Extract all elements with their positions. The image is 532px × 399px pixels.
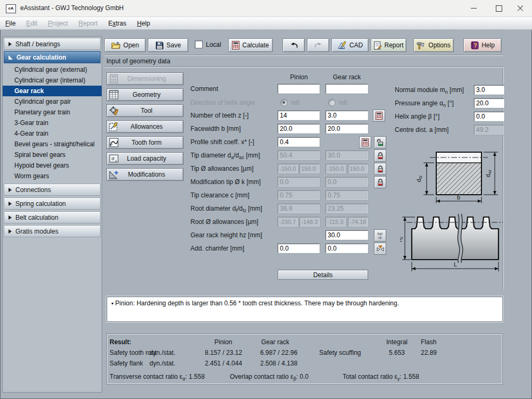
pressure-angle-label: Pressure angle αn [°] xyxy=(395,98,454,108)
chamfer-rack-input[interactable] xyxy=(326,244,368,253)
tool-button[interactable]: Tool xyxy=(106,104,184,117)
teeth-calculator-button[interactable] xyxy=(373,110,385,122)
sidebar-item-3-gear-train[interactable]: 3-Gear train xyxy=(3,118,102,128)
calculate-button[interactable]: Calculate xyxy=(228,38,273,52)
centre-distance-input xyxy=(474,125,504,135)
result-title: Result: xyxy=(110,338,131,346)
chamfer-label: Add. chamfer [mm] xyxy=(190,244,244,253)
hz-rz-toggle-button[interactable]: hz/rz xyxy=(374,229,386,242)
tip-allowances-pinion-upper-input xyxy=(300,164,320,173)
collapsed-triangle-icon xyxy=(9,42,12,46)
maximize-button[interactable] xyxy=(487,0,511,16)
column-header-pinion: Pinion xyxy=(278,73,320,81)
comment-rack-input[interactable] xyxy=(326,84,368,94)
sidebar-item-cylindrical-gear-pair[interactable]: Cylindrical gear pair xyxy=(3,96,102,107)
close-button[interactable] xyxy=(509,0,532,16)
menu-report: Report xyxy=(73,19,103,28)
radio-left-pinion xyxy=(280,99,288,106)
menubar: File Edit Project Report Extras Help xyxy=(0,17,532,30)
modifications-button[interactable]: Modifications xyxy=(106,168,184,181)
cad-icon xyxy=(337,41,347,49)
transverse-contact-ratio: Transverse contact ratio εα: 1.558 xyxy=(110,373,205,381)
menu-file[interactable]: File xyxy=(0,19,21,28)
report-button[interactable]: Report xyxy=(371,38,406,52)
allowances-icon xyxy=(109,122,119,131)
normal-module-input[interactable] xyxy=(474,85,504,95)
facewidth-pinion-input[interactable] xyxy=(278,124,320,134)
svg-text:x: x xyxy=(114,159,117,162)
titlebar[interactable]: eA eAssistant - GWJ Technology GmbH xyxy=(0,0,532,17)
root-allowances-pinion-upper-input xyxy=(300,217,320,227)
sidebar-section-spring-calculation[interactable]: Spring calculation xyxy=(4,197,101,210)
maximize-icon xyxy=(496,5,502,12)
sidebar-item-gear-rack[interactable]: Gear rack xyxy=(3,86,102,96)
save-button[interactable]: Save xyxy=(148,38,188,52)
safety-scuffing-label: Safety scuffing xyxy=(319,349,361,356)
sidebar-item-4-gear-train[interactable]: 4-Gear train xyxy=(3,128,102,139)
profile-shift-calculator-button[interactable] xyxy=(359,136,371,148)
rack-cross-section-diagram: dfz daz b xyxy=(415,147,505,208)
menu-extras[interactable]: Extras xyxy=(103,19,131,28)
load-capacity-icon: σx xyxy=(109,154,119,163)
tip-allowances-lock-button[interactable] xyxy=(374,163,386,175)
sidebar-section-gear-calculation[interactable]: Gear calculation xyxy=(4,51,101,63)
sidebar-section-connections[interactable]: Connections xyxy=(4,184,101,196)
lock-closed-icon xyxy=(377,179,384,186)
overlap-contact-ratio: Overlap contact ratio εβ: 0.0 xyxy=(230,373,309,381)
sidebar-section-belt-calculation[interactable]: Belt calculation xyxy=(4,211,101,223)
sidebar-item-spiral-bevel-gears[interactable]: Spiral bevel gears xyxy=(3,149,102,160)
modification-tip-lock-button[interactable] xyxy=(374,176,386,188)
tooth-form-icon xyxy=(109,138,119,147)
undo-button[interactable] xyxy=(282,38,305,52)
tool-icon xyxy=(109,106,119,115)
local-label: Local xyxy=(206,41,221,48)
chamfer-option-button[interactable] xyxy=(374,243,386,255)
profile-shift-unlock-button[interactable] xyxy=(374,136,386,148)
sidebar-item-cylindrical-gear-external[interactable]: Cylindrical gear (external) xyxy=(3,64,102,75)
app-window: { "window": { "title": "eAssistant - GWJ… xyxy=(0,0,532,399)
sidebar-item-cylindrical-gear-internal[interactable]: Cylindrical gear (internal) xyxy=(3,75,102,86)
details-button[interactable]: Details xyxy=(278,270,368,280)
root-allowances-pinion-lower-input xyxy=(278,217,298,227)
svg-text:b: b xyxy=(457,194,460,201)
tip-diameter-label: Tip diameter da/daz [mm] xyxy=(190,151,260,160)
centre-distance-label: Centre dist. a [mm] xyxy=(395,125,448,135)
open-button[interactable]: Open xyxy=(104,38,146,52)
pressure-angle-input[interactable] xyxy=(474,98,504,108)
tip-allowances-pinion-lower-input xyxy=(278,164,298,173)
geometry-button[interactable]: Geometry xyxy=(106,88,184,101)
modifications-icon xyxy=(109,170,119,179)
teeth-pinion-input[interactable] xyxy=(278,111,320,120)
tooth-form-button[interactable]: Tooth form xyxy=(106,136,184,149)
profile-shift-pinion-input[interactable] xyxy=(278,137,320,147)
facewidth-rack-input[interactable] xyxy=(326,124,368,134)
tip-diameter-pinion-input xyxy=(278,151,320,160)
result-col-pinion: Pinion xyxy=(214,338,232,346)
sidebar-section-shaft-bearings[interactable]: Shaft / bearings xyxy=(4,38,101,50)
chamfer-pinion-input[interactable] xyxy=(278,244,320,253)
cad-button[interactable]: CAD xyxy=(331,38,369,52)
allowances-button[interactable]: Allowances xyxy=(106,120,184,133)
menu-help[interactable]: Help xyxy=(131,19,155,28)
lock-closed-icon xyxy=(377,152,384,160)
teeth-rack-input[interactable] xyxy=(326,111,368,120)
sidebar-item-bevel-gears[interactable]: Bevel gears - straight/helical xyxy=(3,139,102,149)
root-diameter-label: Root diameter df/dfz [mm] xyxy=(190,204,262,213)
local-checkbox[interactable] xyxy=(195,40,203,48)
facewidth-label: Facewidth b [mm] xyxy=(190,124,241,134)
rack-height-input[interactable] xyxy=(326,230,368,240)
helix-angle-input[interactable] xyxy=(474,112,504,121)
total-contact-ratio: Total contact ratio εγ: 1.558 xyxy=(343,373,419,381)
sidebar-section-gratis-modules[interactable]: Gratis modules xyxy=(4,225,101,237)
minimize-button[interactable] xyxy=(462,0,485,16)
tip-diameter-lock-button[interactable] xyxy=(374,149,386,162)
sidebar-item-worm-gears[interactable]: Worm gears xyxy=(3,171,102,181)
help-button[interactable]: ? Help xyxy=(463,38,502,52)
divider xyxy=(104,55,503,56)
sidebar-item-planetary-gear-train[interactable]: Planetary gear train xyxy=(3,107,102,118)
options-button[interactable]: Options xyxy=(413,38,454,52)
sidebar-item-hypoid-bevel-gears[interactable]: Hypoid bevel gears xyxy=(3,160,102,171)
comment-pinion-input[interactable] xyxy=(278,84,320,94)
load-capacity-button[interactable]: σx Load capacity xyxy=(106,152,184,165)
lock-closed-icon xyxy=(377,165,384,173)
